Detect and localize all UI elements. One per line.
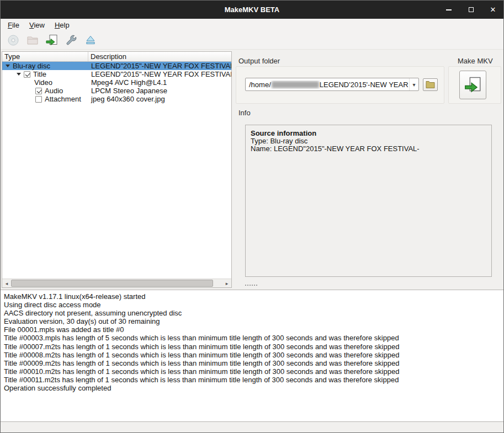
tree-row-description: LEGEND"2015"-NEW YEAR FOX FESTIVAL- -: [88, 70, 231, 78]
log-line: Operation successfully completed: [4, 384, 500, 392]
info-label: Info: [238, 109, 251, 117]
minimize-icon: [446, 9, 452, 10]
eject-icon: [84, 34, 97, 47]
main-content: Type Description Blu-ray disc LEGEND"201…: [1, 50, 503, 290]
output-folder-combobox[interactable]: /home/ LEGEND'2015'-NEW YEAR ▾: [245, 78, 419, 91]
make-mkv-button[interactable]: [459, 71, 486, 99]
log-line: Title #00007.m2ts has length of 1 second…: [4, 343, 500, 351]
folder-open-icon: [26, 34, 39, 47]
window-title: MakeMKV BETA: [1, 6, 503, 14]
disc-icon: [7, 34, 20, 47]
scroll-right-button[interactable]: ▸: [222, 279, 231, 287]
tree-row-title[interactable]: Title LEGEND"2015"-NEW YEAR FOX FESTIVAL…: [2, 70, 231, 78]
info-box: Source information Type: Blu-ray disc Na…: [245, 125, 492, 277]
log-output: MakeMKV v1.17.1 linux(x64-release) start…: [1, 290, 503, 422]
toolbar: [1, 31, 503, 50]
tree-row-attachment[interactable]: Attachment jpeg 640x360 cover.jpg: [2, 95, 231, 103]
status-strip: [1, 422, 503, 432]
browse-folder-button[interactable]: [423, 78, 438, 91]
combobox-dropdown-button[interactable]: ▾: [409, 78, 418, 90]
path-suffix: LEGEND'2015'-NEW YEAR: [320, 81, 408, 89]
log-line: Evaluation version, 30 day(s) out of 30 …: [4, 317, 500, 325]
maximize-button[interactable]: [466, 5, 476, 15]
log-line: MakeMKV v1.17.1 linux(x64-release) start…: [4, 292, 500, 301]
right-panel: Output folder /home/ LEGEND'2015'-NEW YE…: [233, 50, 503, 290]
disc-info-button[interactable]: [5, 33, 22, 48]
tree-row-description: LPCM Stereo Japanese: [88, 87, 231, 95]
audio-checkbox[interactable]: [35, 88, 42, 94]
wrench-icon: [65, 34, 78, 47]
log-line: Title #00010.m2ts has length of 1 second…: [4, 367, 500, 376]
splitter-handle[interactable]: [245, 285, 257, 286]
close-icon: ✕: [490, 6, 496, 13]
menubar: File View Help: [1, 19, 503, 31]
info-heading: Source information: [251, 129, 486, 137]
tree-row-description: LEGEND"2015"-NEW YEAR FOX FESTIVAL-: [88, 62, 231, 70]
open-files-button[interactable]: [24, 33, 41, 48]
close-button[interactable]: ✕: [488, 5, 498, 15]
expander-icon[interactable]: [6, 65, 10, 67]
log-line: Using direct disc access mode: [4, 301, 500, 309]
makemkv-window: { "icons": { "close": "✕", "dropdown": "…: [0, 0, 504, 433]
menu-file[interactable]: File: [3, 20, 24, 30]
tree-row-bluray-disc[interactable]: Blu-ray disc LEGEND"2015"-NEW YEAR FOX F…: [2, 62, 231, 70]
window-controls: ✕: [444, 1, 498, 19]
make-mkv-toolbar-button[interactable]: [44, 33, 60, 48]
scrollbar-track[interactable]: [213, 279, 222, 287]
make-mkv-label: Make MKV: [458, 57, 493, 65]
titlebar[interactable]: MakeMKV BETA ✕: [1, 1, 503, 19]
log-line: AACS directory not present, assuming une…: [4, 309, 500, 317]
tree-row-type-label: Video: [34, 78, 52, 87]
redacted-path-segment: [272, 81, 319, 88]
horizontal-scrollbar[interactable]: ◂ ▸: [2, 279, 231, 287]
log-line: File 00001.mpls was added as title #0: [4, 325, 500, 334]
scrollbar-thumb[interactable]: [11, 280, 213, 287]
log-line: Title #00003.mpls has length of 5 second…: [4, 334, 500, 342]
log-line: Title #00008.m2ts has length of 1 second…: [4, 351, 500, 359]
menu-view[interactable]: View: [24, 20, 50, 30]
tree-body: Blu-ray disc LEGEND"2015"-NEW YEAR FOX F…: [2, 62, 231, 279]
tree-row-description: Mpeg4 AVC High@L4.1: [88, 78, 231, 87]
column-header-type[interactable]: Type: [2, 52, 88, 61]
attachment-checkbox[interactable]: [35, 96, 42, 103]
tree-row-type-label: Attachment: [45, 95, 81, 103]
mkv-file-icon: [464, 76, 482, 94]
tree-row-audio[interactable]: Audio LPCM Stereo Japanese: [2, 87, 231, 95]
column-header-description[interactable]: Description: [88, 52, 231, 61]
info-name-line: Name: LEGEND"2015"-NEW YEAR FOX FESTIVAL…: [251, 145, 486, 153]
info-type-line: Type: Blu-ray disc: [251, 137, 486, 145]
output-folder-value: /home/ LEGEND'2015'-NEW YEAR: [246, 81, 409, 89]
title-tree: Type Description Blu-ray disc LEGEND"201…: [2, 51, 232, 288]
output-folder-label: Output folder: [238, 57, 280, 65]
eject-button[interactable]: [82, 33, 99, 48]
maximize-icon: [469, 7, 474, 12]
tree-row-type-label: Title: [33, 70, 46, 78]
tree-row-description: jpeg 640x360 cover.jpg: [88, 95, 231, 103]
log-line: Title #00009.m2ts has length of 1 second…: [4, 359, 500, 367]
tree-row-video[interactable]: Video Mpeg4 AVC High@L4.1: [2, 78, 231, 87]
log-line: Title #00011.m2ts has length of 1 second…: [4, 376, 500, 384]
scroll-left-button[interactable]: ◂: [2, 279, 11, 287]
chevron-down-icon: ▾: [412, 82, 415, 88]
title-checkbox[interactable]: [24, 71, 30, 78]
settings-button[interactable]: [63, 33, 79, 48]
path-prefix: /home/: [249, 81, 271, 89]
menu-help[interactable]: Help: [50, 20, 75, 30]
tree-header: Type Description: [2, 52, 231, 62]
mkv-file-icon: [45, 34, 59, 47]
tree-row-type-label: Audio: [45, 87, 63, 95]
minimize-button[interactable]: [444, 5, 454, 15]
tree-row-type-label: Blu-ray disc: [13, 62, 50, 70]
folder-icon: [426, 81, 435, 89]
expander-icon[interactable]: [17, 73, 21, 76]
